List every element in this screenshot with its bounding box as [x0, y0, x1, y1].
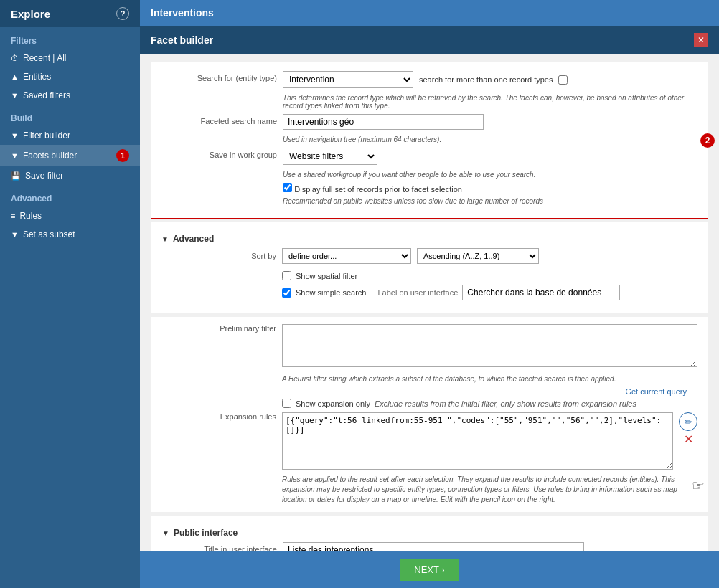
sidebar-item-label: Filter builder	[23, 131, 70, 141]
sidebar-item-label: Facets builder	[23, 151, 77, 161]
advanced-label: Advanced	[173, 234, 214, 244]
entity-search-section: 2 Search for (entity type) Intervention …	[151, 62, 708, 219]
facet-builder-header: Facet builder ✕	[140, 26, 719, 54]
entity-type-row: Search for (entity type) Intervention se…	[162, 71, 697, 88]
sidebar-item-filter-builder[interactable]: ▼ Filter builder	[0, 126, 140, 145]
edit-pencil-button[interactable]: ✏	[679, 412, 697, 431]
workgroup-field: Website filters	[283, 148, 697, 165]
sidebar-item-rules[interactable]: ≡ Rules	[0, 207, 140, 225]
preliminary-filter-label: Preliminary filter	[161, 324, 276, 333]
expansion-only-checkbox[interactable]	[282, 399, 291, 408]
display-full-row: Display full set of records prior to fac…	[283, 183, 697, 194]
preliminary-filter-textarea[interactable]	[282, 324, 697, 367]
preliminary-filter-row: Preliminary filter	[161, 324, 697, 369]
title-user-interface-input[interactable]: Liste des interventions	[283, 542, 584, 551]
badge-1: 1	[116, 149, 129, 162]
public-interface-accordion[interactable]: ▼ Public interface	[162, 523, 697, 542]
help-icon[interactable]: ?	[116, 7, 129, 20]
sort-by-label: Sort by	[161, 252, 276, 260]
entity-type-field: Intervention search for more than one re…	[283, 71, 697, 88]
badge-2: 2	[700, 133, 715, 148]
next-button[interactable]: NEXT ›	[400, 559, 459, 581]
facets-builder-icon: ▼	[11, 151, 19, 160]
simple-search-input[interactable]: Chercher dans la base de données	[462, 285, 620, 300]
sidebar-item-label: Save filter	[25, 171, 63, 181]
simple-search-label: Show simple search	[296, 288, 366, 297]
rules-icon: ≡	[11, 212, 15, 220]
spatial-filter-row: Show spatial filter	[282, 271, 697, 280]
multi-record-checkbox[interactable]	[558, 75, 568, 85]
entity-type-select[interactable]: Intervention	[283, 72, 413, 87]
sort-by-row: Sort by define order... Ascending (A..Z,…	[161, 248, 697, 264]
get-current-query-link[interactable]: Get current query	[161, 387, 687, 396]
accordion-arrow-icon: ▼	[161, 235, 169, 243]
label-on-user-interface: Label on user interface	[377, 288, 458, 297]
rules-help: Rules are applied to the result set afte…	[282, 475, 697, 505]
save-filter-icon: 💾	[11, 171, 21, 181]
sidebar-item-save-filter[interactable]: 💾 Save filter	[0, 166, 140, 185]
sidebar-item-entities[interactable]: ▲ Entities	[0, 67, 140, 86]
entity-type-select-wrapper[interactable]: Intervention	[283, 71, 413, 88]
sidebar-item-saved-filters[interactable]: ▼ Saved filters	[0, 86, 140, 105]
workgroup-select[interactable]: Website filters	[283, 148, 377, 164]
expansion-action-buttons: ✏ ✕	[679, 412, 697, 445]
preliminary-filter-section: Preliminary filter A Heurist filter stri…	[151, 317, 708, 512]
sidebar-item-facets-builder[interactable]: ▼ Facets builder 1	[0, 145, 140, 166]
main-header: Interventions	[140, 0, 719, 26]
faceted-search-name-label: Faceted search name	[162, 114, 277, 125]
entities-icon: ▲	[11, 72, 19, 81]
workgroup-help: Use a shared workgroup if you want other…	[283, 171, 697, 179]
multi-record-label: search for more than one record types	[419, 75, 553, 84]
sidebar-title: Explore	[11, 8, 50, 20]
sidebar-item-label: Set as subset	[23, 229, 75, 240]
footer: NEXT ›	[140, 551, 719, 588]
display-full-help: Recommended on public websites unless to…	[283, 197, 697, 205]
expansion-rules-row: Expansion rules [{"query":"t:56 linkedfr…	[161, 412, 697, 472]
public-interface-label: Public interface	[174, 528, 238, 538]
sidebar-item-label: Recent | All	[23, 53, 66, 63]
sort-order-select[interactable]: Ascending (A..Z, 1..9)	[417, 248, 539, 264]
entity-type-help: This determines the record type which wi…	[283, 94, 697, 110]
simple-search-checkbox[interactable]	[282, 288, 291, 298]
display-full-checkbox[interactable]	[283, 183, 292, 192]
faceted-search-name-row: Faceted search name Interventions géo	[162, 114, 697, 130]
public-interface-section: ▼ Public interface Title in user interfa…	[151, 516, 708, 551]
faceted-search-name-help: Used in navigation tree (maximum 64 char…	[283, 136, 697, 143]
saved-filters-icon: ▼	[11, 91, 19, 100]
section-label-build: Build	[0, 105, 140, 126]
title-user-interface-row: Title in user interface Liste des interv…	[162, 542, 697, 551]
sidebar: Explore ? Filters ⏱ Recent | All ▲ Entit…	[0, 0, 140, 588]
workgroup-select-wrapper[interactable]: Website filters	[283, 148, 377, 165]
expansion-rules-textarea[interactable]: [{"query":"t:56 linkedfrom:55-951 ","cod…	[282, 412, 673, 470]
sidebar-item-label: Entities	[23, 72, 51, 82]
filter-builder-icon: ▼	[11, 131, 19, 140]
main-content: Interventions Facet builder ✕ 2 Search f…	[140, 0, 719, 588]
expansion-only-label: Show expansion only	[296, 399, 370, 408]
simple-search-row: Show simple search Label on user interfa…	[282, 285, 697, 300]
sidebar-item-set-as-subset[interactable]: ▼ Set as subset	[0, 225, 140, 244]
faceted-search-name-field: Interventions géo	[283, 114, 697, 130]
sidebar-item-recent-all[interactable]: ⏱ Recent | All	[0, 49, 140, 67]
title-user-interface-field: Liste des interventions	[283, 542, 697, 551]
advanced-accordion-header[interactable]: ▼ Advanced	[161, 229, 697, 248]
preliminary-filter-field	[282, 324, 697, 369]
spatial-filter-checkbox[interactable]	[282, 271, 291, 280]
spatial-filter-label: Show spatial filter	[296, 272, 357, 280]
workgroup-label: Save in work group	[162, 148, 277, 159]
facet-builder-title: Facet builder	[151, 34, 213, 46]
expansion-rules-label: Expansion rules	[161, 412, 276, 421]
workgroup-row: Save in work group Website filters	[162, 148, 697, 165]
sort-by-select[interactable]: define order...	[282, 248, 411, 264]
section-label-advanced: Advanced	[0, 185, 140, 207]
title-user-interface-label: Title in user interface	[162, 542, 277, 551]
faceted-search-name-input[interactable]: Interventions géo	[283, 114, 484, 130]
section-label-filters: Filters	[0, 27, 140, 49]
delete-expansion-button[interactable]: ✕	[684, 434, 693, 445]
entity-type-label: Search for (entity type)	[162, 71, 277, 82]
sidebar-item-label: Saved filters	[23, 90, 70, 100]
sidebar-item-label: Rules	[19, 211, 42, 221]
sidebar-header: Explore ?	[0, 0, 140, 27]
display-full-label: Display full set of records prior to fac…	[294, 185, 462, 194]
preliminary-filter-help: A Heurist filter string which extracts a…	[282, 375, 697, 383]
close-button[interactable]: ✕	[694, 33, 708, 47]
